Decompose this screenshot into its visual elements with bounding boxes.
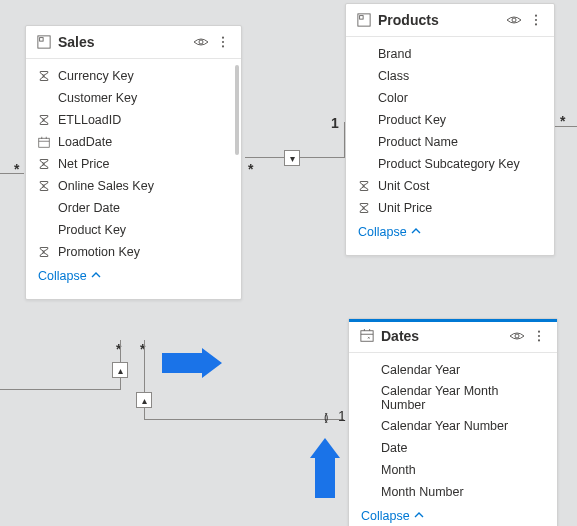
table-icon	[356, 12, 372, 28]
chevron-up-icon	[411, 225, 421, 239]
connector-sales-left-line	[0, 173, 24, 174]
field-row[interactable]: Online Sales Key	[26, 175, 237, 197]
field-label: Unit Price	[378, 201, 432, 215]
cardinality-one-icon: 1	[338, 408, 346, 424]
collapse-link[interactable]: Collapse	[349, 503, 553, 526]
sigma-icon	[356, 178, 372, 194]
field-label: Calendar Year Month Number	[381, 384, 541, 412]
date-table-icon	[359, 328, 375, 344]
svg-point-15	[538, 331, 540, 333]
field-row[interactable]: Date	[349, 437, 553, 459]
limited-relationship-icon: ()	[324, 411, 325, 423]
field-label: Customer Key	[58, 91, 137, 105]
field-row[interactable]: Net Price	[26, 153, 237, 175]
field-row[interactable]: Unit Price	[346, 197, 550, 219]
svg-marker-18	[162, 348, 222, 378]
svg-rect-6	[39, 138, 50, 147]
field-row[interactable]: Month	[349, 459, 553, 481]
collapse-link[interactable]: Collapse	[26, 263, 237, 293]
field-label: Class	[378, 69, 409, 83]
field-label: Brand	[378, 47, 411, 61]
field-label: Calendar Year Number	[381, 419, 508, 433]
chevron-up-icon	[414, 509, 424, 523]
field-label: Net Price	[58, 157, 109, 171]
field-row[interactable]: Calendar Year	[349, 359, 553, 381]
collapse-label: Collapse	[38, 269, 87, 283]
chevron-up-icon: ▴	[142, 395, 147, 406]
svg-point-3	[222, 37, 224, 39]
field-row[interactable]: Product Name	[346, 131, 550, 153]
card-body: Calendar YearCalendar Year Month NumberC…	[349, 353, 557, 526]
svg-rect-13	[361, 331, 373, 342]
svg-point-9	[512, 18, 516, 22]
more-options-icon[interactable]	[215, 34, 231, 50]
field-label: Online Sales Key	[58, 179, 154, 193]
card-header[interactable]: Products	[346, 4, 554, 37]
connector-arrow-node: ▾	[284, 150, 300, 166]
visibility-icon[interactable]	[193, 34, 209, 50]
annotation-arrow-right	[162, 348, 222, 378]
sigma-icon	[356, 200, 372, 216]
table-card-products[interactable]: Products BrandClassColorProduct KeyProdu…	[345, 3, 555, 256]
sigma-icon	[36, 68, 52, 84]
card-body: BrandClassColorProduct KeyProduct NamePr…	[346, 37, 554, 255]
card-header[interactable]: Sales	[26, 26, 241, 59]
field-row[interactable]: Promotion Key	[26, 241, 237, 263]
svg-point-2	[199, 40, 203, 44]
connector-sales-dates-h2	[144, 419, 344, 420]
field-label: ETLLoadID	[58, 113, 121, 127]
table-card-dates[interactable]: Dates Calendar YearCalendar Year Month N…	[348, 318, 558, 526]
connector-sales-dates-v2	[144, 340, 145, 420]
field-row[interactable]: Product Subcategory Key	[346, 153, 550, 175]
field-row[interactable]: ETLLoadID	[26, 109, 237, 131]
svg-point-11	[535, 19, 537, 21]
field-row[interactable]: Currency Key	[26, 65, 237, 87]
field-row[interactable]: Month Number	[349, 481, 553, 503]
card-body: Currency KeyCustomer KeyETLLoadIDLoadDat…	[26, 59, 241, 299]
svg-point-4	[222, 41, 224, 43]
table-title: Sales	[58, 34, 189, 50]
svg-point-16	[538, 335, 540, 337]
field-label: Month Number	[381, 485, 464, 499]
more-options-icon[interactable]	[528, 12, 544, 28]
field-row[interactable]: Order Date	[26, 197, 237, 219]
field-row[interactable]: Calendar Year Month Number	[349, 381, 553, 415]
field-label: Product Subcategory Key	[378, 157, 520, 171]
field-label: Order Date	[58, 201, 120, 215]
field-row[interactable]: Product Key	[26, 219, 237, 241]
field-row[interactable]: Unit Cost	[346, 175, 550, 197]
field-row[interactable]: Brand	[346, 43, 550, 65]
connector-products-right-line	[553, 126, 577, 127]
table-card-sales[interactable]: Sales Currency KeyCustomer KeyETLLoadIDL…	[25, 25, 242, 300]
svg-point-5	[222, 45, 224, 47]
sigma-icon	[36, 112, 52, 128]
scrollbar-thumb[interactable]	[235, 65, 239, 155]
chevron-up-icon: ▴	[118, 365, 123, 376]
field-row[interactable]: Product Key	[346, 109, 550, 131]
collapse-link[interactable]: Collapse	[346, 219, 550, 249]
connector-arrow-node: ▴	[112, 362, 128, 378]
field-label: Product Key	[378, 113, 446, 127]
field-label: Promotion Key	[58, 245, 140, 259]
chevron-up-icon	[91, 269, 101, 283]
field-row[interactable]: Color	[346, 87, 550, 109]
calendar-icon	[36, 134, 52, 150]
field-row[interactable]: Calendar Year Number	[349, 415, 553, 437]
svg-point-17	[538, 339, 540, 341]
field-row[interactable]: Class	[346, 65, 550, 87]
field-row[interactable]: Customer Key	[26, 87, 237, 109]
more-options-icon[interactable]	[531, 328, 547, 344]
field-label: Month	[381, 463, 416, 477]
svg-point-14	[515, 334, 519, 338]
card-header[interactable]: Dates	[349, 319, 557, 353]
svg-rect-8	[360, 16, 364, 20]
field-row[interactable]: LoadDate	[26, 131, 237, 153]
table-icon	[36, 34, 52, 50]
field-label: LoadDate	[58, 135, 112, 149]
sigma-icon	[36, 244, 52, 260]
field-label: Calendar Year	[381, 363, 460, 377]
visibility-icon[interactable]	[509, 328, 525, 344]
visibility-icon[interactable]	[506, 12, 522, 28]
svg-marker-19	[310, 438, 340, 498]
connector-arrow-node: ▴	[136, 392, 152, 408]
